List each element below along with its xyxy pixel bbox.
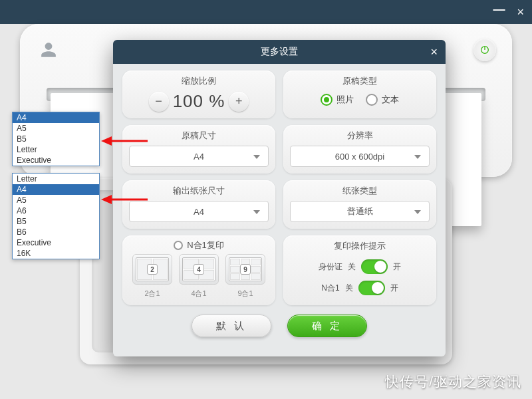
papertype-label: 纸张类型: [290, 184, 430, 201]
chevron-down-icon: [414, 155, 421, 159]
chevron-down-icon: [253, 210, 260, 214]
copy-tips-label: 复印操作提示: [290, 239, 430, 256]
zoom-plus-button[interactable]: +: [229, 92, 249, 112]
nin1-4-option[interactable]: 4: [179, 254, 219, 285]
svg-marker-5: [101, 195, 112, 204]
doctype-label: 原稿类型: [290, 74, 430, 91]
docsize-label: 原稿尺寸: [129, 129, 269, 146]
tips-id-label: 身份证: [319, 261, 342, 273]
zoom-minus-button[interactable]: −: [149, 92, 169, 112]
list-item[interactable]: Executive: [13, 155, 99, 166]
resolution-dropdown[interactable]: 600 x 600dpi: [290, 146, 430, 167]
ok-button[interactable]: 确 定: [287, 315, 367, 337]
list-item[interactable]: Letter: [13, 144, 99, 155]
dialog-header: 更多设置 ×: [113, 40, 446, 64]
dialog-title: 更多设置: [261, 46, 298, 58]
nin1-card: N合1复印 2 4 9 2合14合19合1: [122, 235, 275, 305]
tips-id-toggle[interactable]: [361, 259, 388, 274]
watermark-text: 快传号/驱动之家资讯: [385, 372, 521, 391]
doctype-card: 原稿类型 照片 文本: [283, 70, 436, 118]
nin1-9-option[interactable]: 9: [225, 254, 265, 285]
list-item[interactable]: A5: [13, 195, 99, 205]
chevron-down-icon: [253, 155, 260, 159]
outsize-label: 输出纸张尺寸: [129, 184, 269, 201]
list-item[interactable]: B5: [13, 216, 99, 227]
svg-marker-3: [101, 136, 112, 146]
dialog-close-button[interactable]: ×: [430, 45, 438, 59]
tips-n-toggle[interactable]: [358, 281, 385, 295]
minimize-button[interactable]: —: [493, 3, 505, 15]
list-item[interactable]: Letter: [13, 174, 99, 184]
list-item[interactable]: A4: [13, 184, 99, 195]
list-item[interactable]: B5: [13, 134, 99, 144]
close-button[interactable]: ×: [517, 6, 524, 18]
outsize-dropdown[interactable]: A4: [129, 201, 269, 222]
doctype-text-radio[interactable]: 文本: [366, 94, 399, 106]
zoom-value: 100 %: [173, 91, 225, 112]
zoom-card: 缩放比例 − 100 % +: [122, 70, 275, 118]
resolution-card: 分辨率 600 x 600dpi: [283, 125, 436, 174]
list-item[interactable]: Executive: [13, 237, 99, 248]
user-icon: [37, 39, 60, 61]
tips-n-label: N合1: [321, 283, 339, 294]
chevron-down-icon: [414, 210, 421, 214]
list-item[interactable]: A6: [13, 205, 99, 216]
annotation-arrow-icon: [100, 192, 150, 207]
default-button[interactable]: 默 认: [192, 315, 271, 337]
nin1-label: N合1复印: [129, 239, 269, 251]
list-item[interactable]: A5: [13, 123, 99, 134]
app-titlebar: — ×: [0, 0, 532, 24]
list-item[interactable]: 16K: [13, 248, 99, 259]
tips-on-label: 开: [393, 261, 401, 273]
nin1-sub-labels: 2合14合19合1: [129, 286, 269, 299]
tips-on-label: 开: [390, 283, 398, 294]
annotation-arrow-icon: [100, 133, 150, 149]
tips-off-label: 关: [348, 261, 356, 273]
nin1-2-option[interactable]: 2: [132, 254, 172, 285]
papertype-dropdown[interactable]: 普通纸: [290, 201, 430, 222]
list-item[interactable]: A4: [13, 112, 99, 123]
docsize-dropdown[interactable]: A4: [129, 146, 269, 167]
docsize-options-list[interactable]: A4A5B5LetterExecutive: [12, 112, 100, 166]
doctype-photo-radio[interactable]: 照片: [321, 94, 354, 106]
copy-tips-card: 复印操作提示 身份证 关 开 N合1 关 开: [283, 235, 436, 305]
more-settings-dialog: 更多设置 × 缩放比例 − 100 % + 原稿类型 照片 文本 原稿尺寸 A4…: [113, 40, 446, 356]
zoom-label: 缩放比例: [129, 74, 269, 91]
papertype-card: 纸张类型 普通纸: [283, 180, 436, 229]
resolution-label: 分辨率: [290, 129, 430, 146]
outsize-options-list[interactable]: LetterA4A5A6B5B6Executive16K: [12, 173, 100, 259]
power-button[interactable]: [473, 39, 496, 61]
docsize-card: 原稿尺寸 A4: [122, 125, 275, 174]
list-item[interactable]: B6: [13, 227, 99, 237]
tips-off-label: 关: [345, 283, 353, 294]
